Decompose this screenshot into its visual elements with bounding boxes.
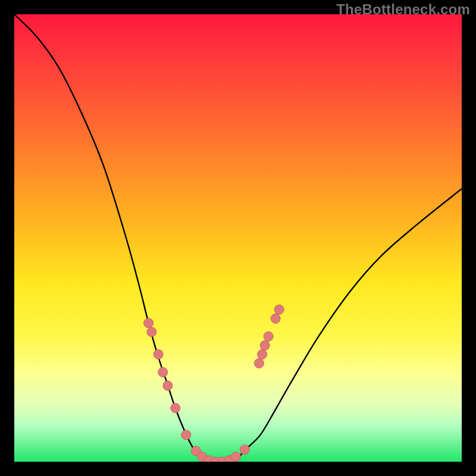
- data-marker: [264, 331, 273, 341]
- data-marker: [271, 314, 280, 323]
- data-marker: [181, 430, 191, 440]
- data-marker: [147, 327, 156, 337]
- data-marker: [260, 340, 270, 350]
- data-marker: [171, 403, 180, 413]
- data-marker: [158, 368, 168, 377]
- data-marker: [144, 318, 154, 328]
- data-marker: [231, 452, 240, 462]
- bottleneck-curve: [14, 14, 462, 462]
- data-marker: [274, 305, 284, 314]
- chart-frame: TheBottleneck.com: [0, 0, 476, 476]
- data-marker: [258, 350, 267, 359]
- plot-area: [14, 14, 462, 462]
- data-markers: [144, 305, 284, 462]
- data-marker: [154, 350, 163, 359]
- data-marker: [240, 445, 249, 455]
- data-marker: [163, 381, 173, 390]
- chart-svg: [14, 14, 462, 462]
- data-marker: [254, 359, 264, 368]
- bottleneck-curve-path: [14, 14, 462, 462]
